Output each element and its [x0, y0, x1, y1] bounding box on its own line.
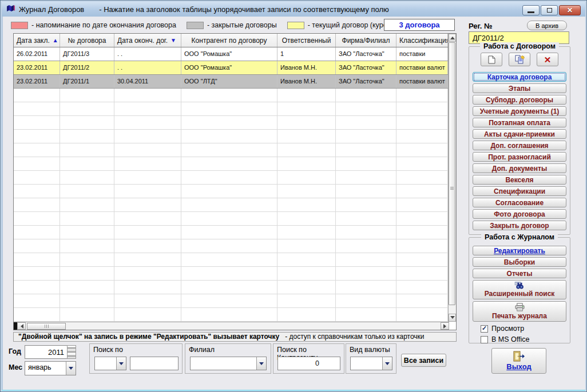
vertical-scroll-thumb[interactable]: [449, 42, 455, 305]
journal-group: Работа с Журналом Редактировать Выборки …: [469, 237, 570, 343]
currency-dropdown-button[interactable]: [382, 357, 392, 370]
close-icon: ✕: [567, 6, 573, 14]
year-down-button[interactable]: [67, 352, 76, 359]
minimize-button[interactable]: [522, 5, 540, 15]
branch-dropdown-button[interactable]: [256, 357, 266, 370]
column-header-responsible[interactable]: Ответственный: [277, 34, 336, 47]
search-by-label: Поиск по: [93, 346, 123, 354]
table-row[interactable]: 26.02.2011 ДГ2011/3 . . ООО "Ромашка" 1 …: [14, 47, 448, 61]
branch-select[interactable]: [190, 357, 267, 370]
selections-button[interactable]: Выборки: [473, 257, 566, 267]
cell-classification: поставки: [396, 47, 448, 61]
legend-label: - закрытые договоры: [207, 21, 277, 29]
binoculars-icon: [514, 282, 525, 289]
preview-checkbox[interactable]: [481, 325, 488, 333]
scroll-right-button[interactable]: [441, 322, 449, 330]
close-button[interactable]: ✕: [559, 5, 581, 15]
reports-button[interactable]: Отчеты: [473, 269, 566, 278]
copy-contract-button[interactable]: [509, 53, 530, 66]
vertical-scrollbar[interactable]: [448, 34, 456, 322]
cell-date-end: 30.04.2011: [114, 75, 181, 88]
horizontal-scroll-thumb[interactable]: [27, 323, 66, 330]
table-row-current[interactable]: 23.02.2011 ДГ2011/2 . . ООО "Ромашка" Ив…: [14, 61, 448, 75]
month-dropdown-button[interactable]: [66, 362, 76, 375]
table-empty-row: [14, 212, 448, 226]
contract-card-button[interactable]: Карточка договора: [473, 72, 566, 82]
year-input[interactable]: [25, 345, 67, 359]
restore-button[interactable]: [541, 5, 558, 15]
accounting-documents-button[interactable]: Учетные документы (1): [473, 106, 566, 116]
spin-up-icon: [68, 347, 76, 349]
msoffice-checkbox-row[interactable]: В MS Office: [481, 335, 566, 343]
staged-payment-button[interactable]: Поэтапная оплата: [473, 118, 566, 127]
scroll-up-button[interactable]: [449, 34, 456, 42]
new-contract-button[interactable]: [481, 53, 502, 66]
additional-documents-button[interactable]: Доп. документы: [473, 163, 566, 173]
table-row-closed[interactable]: 23.02.2011 ДГ2011/1 30.04.2011 ООО "ЛТД"…: [14, 75, 448, 89]
specifications-button[interactable]: Спецификации: [473, 186, 566, 196]
column-header-contract-number[interactable]: № договора: [60, 34, 114, 47]
exit-button[interactable]: Выход: [491, 348, 546, 374]
search-input[interactable]: [130, 357, 179, 370]
contract-group: Работа с Договором: [469, 46, 570, 235]
chevron-down-icon: [259, 362, 264, 367]
table-empty-row: [14, 198, 448, 212]
all-records-button[interactable]: Все записи: [401, 354, 446, 367]
stages-button[interactable]: Этапы: [473, 83, 566, 93]
new-document-icon: [488, 55, 495, 64]
subcontracts-button[interactable]: Субподр. договоры: [473, 95, 566, 105]
column-header-classification[interactable]: Классификация: [396, 34, 448, 47]
disagreement-protocols-button[interactable]: Прот. разногласий: [473, 152, 566, 162]
advanced-search-button[interactable]: Расширенный поиск: [473, 280, 566, 299]
column-header-firm[interactable]: Фирма/Филиал: [336, 34, 396, 47]
currency-label: Вид валюты: [350, 346, 390, 354]
arrow-left-icon: [18, 324, 23, 329]
edit-button[interactable]: Редактировать: [473, 246, 566, 255]
cell-contract-number: ДГ2011/3: [60, 47, 114, 61]
reg-number-label: Рег. №: [469, 22, 492, 30]
chevron-down-icon: [119, 362, 124, 367]
scroll-down-button[interactable]: [449, 314, 456, 322]
contract-buttons: Карточка договора Этапы Субподр. договор…: [473, 72, 566, 230]
title-bar[interactable]: Журнал Договоров - Нажатие на заголовок …: [2, 2, 585, 17]
counterparty-input[interactable]: [277, 357, 340, 370]
preview-checkbox-row[interactable]: Просмотр: [481, 325, 566, 333]
column-header-date-concluded[interactable]: Дата закл. ▲: [14, 34, 60, 47]
search-by-dropdown-button[interactable]: [116, 357, 126, 370]
currency-group: Вид валюты: [346, 343, 396, 374]
acceptance-acts-button[interactable]: Акты сдачи-приемки: [473, 129, 566, 139]
year-up-button[interactable]: [67, 345, 76, 352]
cell-date-concluded: 23.02.2011: [14, 75, 60, 88]
branch-label: Филиал: [189, 346, 215, 354]
promissory-notes-button[interactable]: Векселя: [473, 175, 566, 185]
year-spinner: [25, 345, 76, 359]
delete-contract-button[interactable]: ✕: [537, 53, 558, 66]
approval-button[interactable]: Согласование: [473, 198, 566, 207]
counterparty-group: Поиск по Контрагенту: [273, 343, 344, 374]
year-label: Год: [9, 347, 21, 355]
close-contract-button[interactable]: Закрыть договор: [473, 221, 566, 230]
contract-photo-button[interactable]: Фото договора: [473, 209, 566, 219]
scroll-left-button[interactable]: [17, 322, 26, 330]
app-window: Журнал Договоров - Нажатие на заголовок …: [0, 0, 587, 392]
search-by-select[interactable]: [94, 357, 126, 370]
window-title: Журнал Договоров: [19, 5, 84, 14]
exit-door-icon: [513, 351, 525, 362]
month-select[interactable]: январь: [25, 361, 76, 375]
legend-item-reminder: - напоминание по дате окончания договора: [11, 21, 176, 29]
table-empty-row: [14, 157, 448, 171]
print-journal-button[interactable]: Печать журнала: [473, 301, 566, 322]
column-header-date-end[interactable]: Дата оконч. дог. ▼: [114, 34, 181, 47]
column-header-counterparty[interactable]: Контрагент по договору: [181, 34, 277, 47]
currency-select[interactable]: [350, 357, 392, 370]
additional-agreements-button[interactable]: Доп. соглашения: [473, 141, 566, 150]
horizontal-scrollbar[interactable]: [14, 322, 449, 330]
sort-desc-icon: ▼: [170, 37, 176, 43]
copy-icon: [515, 55, 525, 64]
msoffice-checkbox[interactable]: [481, 336, 488, 343]
table-empty-row: [14, 294, 448, 308]
table-empty-row: [14, 171, 448, 185]
reminder-color-swatch: [11, 22, 28, 29]
table-empty-row: [14, 308, 448, 322]
to-archive-button[interactable]: В архив: [527, 21, 567, 30]
